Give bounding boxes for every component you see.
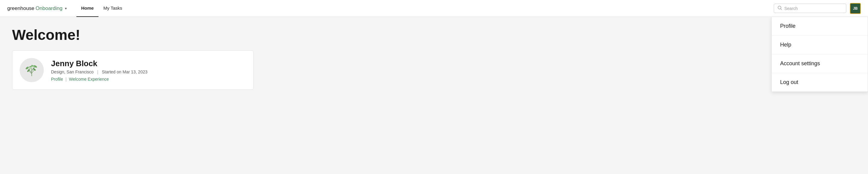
dropdown-menu: ProfileHelpAccount settingsLog out xyxy=(771,17,868,92)
navbar: greenhouse Onboarding ▾ Home My Tasks Se… xyxy=(0,0,868,17)
nav-item-home[interactable]: Home xyxy=(76,0,99,17)
dropdown-item-profile[interactable]: Profile xyxy=(772,17,868,36)
user-avatar-button[interactable]: JB xyxy=(850,3,861,14)
nav-item-my-tasks[interactable]: My Tasks xyxy=(98,0,127,17)
user-initials: JB xyxy=(853,6,858,10)
user-avatar-large xyxy=(20,58,44,82)
logo-onboarding-text: Onboarding xyxy=(36,5,63,11)
navbar-right: Search JB xyxy=(774,3,861,14)
user-name: Jenny Block xyxy=(51,59,147,68)
main-content: Welcome! xyxy=(0,17,423,99)
welcome-heading: Welcome! xyxy=(12,27,411,43)
welcome-experience-link[interactable]: Welcome Experience xyxy=(69,77,109,82)
logo[interactable]: greenhouse Onboarding ▾ xyxy=(7,5,67,11)
user-card: Jenny Block Design, San Francisco | Star… xyxy=(12,51,254,90)
profile-link[interactable]: Profile xyxy=(51,77,63,82)
nav-links: Home My Tasks xyxy=(76,0,774,17)
dropdown-item-log-out[interactable]: Log out xyxy=(772,73,868,91)
dropdown-item-help[interactable]: Help xyxy=(772,36,868,54)
user-links: Profile | Welcome Experience xyxy=(51,77,147,82)
link-divider: | xyxy=(65,77,67,82)
user-started: Started on Mar 13, 2023 xyxy=(102,69,147,74)
search-box[interactable]: Search xyxy=(774,4,846,13)
svg-line-6 xyxy=(32,70,34,73)
user-meta: Design, San Francisco | Started on Mar 1… xyxy=(51,69,147,74)
user-info: Jenny Block Design, San Francisco | Star… xyxy=(51,59,147,82)
svg-line-5 xyxy=(29,71,32,74)
chevron-down-icon: ▾ xyxy=(65,6,67,10)
plant-illustration xyxy=(23,62,40,79)
svg-line-1 xyxy=(781,9,782,10)
search-icon xyxy=(778,6,782,11)
dropdown-item-account-settings[interactable]: Account settings xyxy=(772,54,868,73)
logo-greenhouse-text: greenhouse xyxy=(7,5,34,11)
user-department: Design, San Francisco xyxy=(51,69,94,74)
search-placeholder-text: Search xyxy=(784,6,798,11)
meta-divider: | xyxy=(97,69,98,74)
